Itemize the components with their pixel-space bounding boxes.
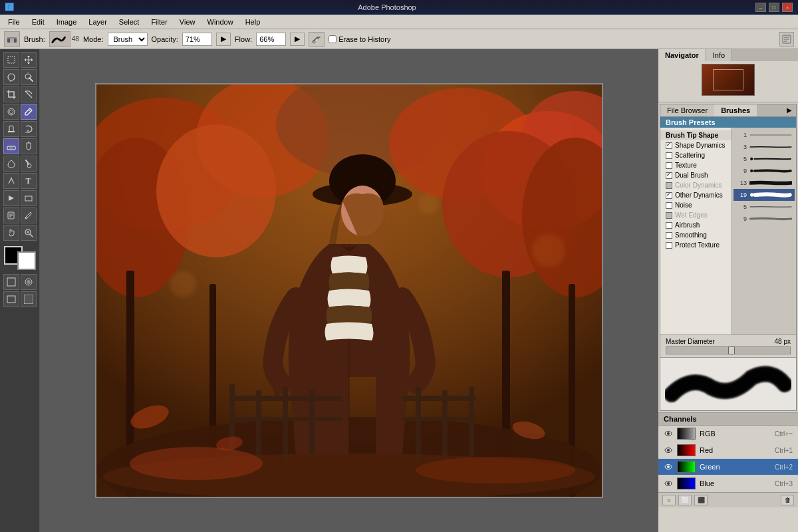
menu-select[interactable]: Select (114, 17, 145, 27)
noise-checkbox[interactable] (666, 202, 672, 209)
blur-tool[interactable] (3, 156, 19, 172)
navigator-tab[interactable]: Navigator (658, 49, 706, 61)
minimize-button[interactable]: – (755, 3, 766, 12)
flow-arrow[interactable]: ▶ (290, 33, 305, 46)
channel-eye-blue[interactable] (664, 479, 673, 488)
wet-edges-option[interactable]: Wet Edges (660, 210, 732, 220)
healing-tool[interactable] (3, 104, 19, 120)
color-dynamics-checkbox[interactable] (666, 182, 672, 189)
info-tab[interactable]: Info (706, 49, 732, 61)
channel-eye-green[interactable] (664, 462, 673, 471)
standard-screen[interactable] (3, 291, 19, 307)
protect-texture-option[interactable]: Protect Texture (660, 240, 732, 250)
color-swatches[interactable] (4, 246, 36, 270)
mode-select[interactable]: Brush Pencil Block (108, 33, 148, 46)
erase-to-history-checkbox[interactable] (329, 35, 336, 43)
brushes-tab[interactable]: Brushes (714, 104, 757, 116)
brush-tip-shape-header[interactable]: Brush Tip Shape (660, 130, 732, 140)
brush-item-9b[interactable]: 9 (733, 213, 795, 225)
smoothing-option[interactable]: Smoothing (660, 230, 732, 240)
background-color[interactable] (17, 251, 36, 270)
protect-texture-checkbox[interactable] (666, 242, 672, 249)
menu-window[interactable]: Window (202, 17, 239, 27)
brush-list-area[interactable]: 1 3 5 (732, 128, 796, 334)
channel-eye-rgb[interactable] (664, 429, 673, 438)
brush-picker[interactable]: 48 (49, 31, 79, 47)
scattering-checkbox[interactable] (666, 152, 672, 159)
other-dynamics-checkbox[interactable] (666, 192, 672, 199)
eyedropper-tool[interactable] (21, 207, 37, 223)
texture-option[interactable]: Texture (660, 160, 732, 170)
shape-tool[interactable] (21, 190, 37, 206)
brush-item-13[interactable]: 13 (733, 177, 795, 189)
brush-item-9[interactable]: 9 (733, 165, 795, 177)
brush-item-5b[interactable]: 5 (733, 201, 795, 213)
clone-stamp-tool[interactable] (3, 121, 19, 137)
erase-to-history-label[interactable]: Erase to History (329, 35, 390, 43)
zoom-tool[interactable] (21, 225, 37, 241)
airbrush-toggle[interactable] (309, 32, 325, 47)
flow-input[interactable] (256, 33, 286, 46)
canvas-area[interactable] (40, 49, 658, 532)
channel-btn-delete[interactable]: 🗑 (781, 495, 794, 505)
brush-preview-icon[interactable] (49, 31, 70, 47)
menu-help[interactable]: Help (240, 17, 266, 27)
text-tool[interactable]: T (21, 173, 37, 189)
marquee-tool[interactable] (3, 52, 19, 68)
history-brush-tool[interactable] (21, 121, 37, 137)
airbrush-option[interactable]: Airbrush (660, 220, 732, 230)
main-canvas[interactable] (96, 84, 602, 497)
brush-item-5[interactable]: 5 (733, 153, 795, 165)
eraser-tool[interactable] (3, 138, 19, 154)
dual-brush-checkbox[interactable] (666, 172, 672, 179)
magic-wand-tool[interactable] (21, 69, 37, 85)
eraser-tool-icon[interactable] (4, 31, 20, 47)
opacity-input[interactable] (182, 33, 212, 46)
channel-row-rgb[interactable]: RGB Ctrl+~ (658, 426, 798, 442)
pen-tool[interactable] (3, 173, 19, 189)
opacity-arrow[interactable]: ▶ (216, 33, 231, 46)
history-state-button[interactable] (779, 32, 794, 47)
notes-tool[interactable] (3, 207, 19, 223)
paint-bucket-tool[interactable] (21, 138, 37, 154)
airbrush-checkbox[interactable] (666, 222, 672, 229)
noise-option[interactable]: Noise (660, 200, 732, 210)
hand-tool[interactable] (3, 225, 19, 241)
channel-row-red[interactable]: Red Ctrl+1 (658, 442, 798, 459)
channel-eye-red[interactable] (664, 446, 673, 455)
texture-checkbox[interactable] (666, 162, 672, 169)
dual-brush-option[interactable]: Dual Brush (660, 170, 732, 180)
lasso-tool[interactable] (3, 69, 19, 85)
channel-btn-3[interactable]: ⬛ (694, 495, 708, 505)
file-browser-tab[interactable]: File Browser (660, 104, 714, 116)
channel-row-blue[interactable]: Blue Ctrl+3 (658, 475, 798, 492)
standard-mode[interactable] (3, 274, 19, 290)
channel-btn-1[interactable]: ○ (662, 495, 676, 505)
menu-view[interactable]: View (174, 17, 201, 27)
diameter-slider[interactable] (666, 346, 791, 354)
brush-tool active eraser-active[interactable] (21, 104, 37, 120)
brush-item-1[interactable]: 1 (733, 129, 795, 141)
diameter-slider-thumb[interactable] (728, 346, 735, 354)
brushes-panel-arrow[interactable]: ▶ (783, 104, 796, 116)
maximize-button[interactable]: □ (769, 3, 779, 12)
menu-image[interactable]: Image (51, 17, 82, 27)
other-dynamics-option[interactable]: Other Dynamics (660, 190, 732, 200)
menu-file[interactable]: File (3, 17, 25, 27)
dodge-tool[interactable] (21, 156, 37, 172)
full-screen[interactable] (21, 291, 37, 307)
color-dynamics-option[interactable]: Color Dynamics (660, 180, 732, 190)
close-button[interactable]: × (782, 3, 793, 12)
smoothing-checkbox[interactable] (666, 232, 672, 239)
shape-dynamics-checkbox[interactable] (666, 142, 672, 149)
channel-row-green[interactable]: Green Ctrl+2 (658, 459, 798, 475)
move-tool[interactable] (21, 52, 37, 68)
slice-tool[interactable] (21, 86, 37, 102)
brush-item-3[interactable]: 3 (733, 141, 795, 153)
quick-mask[interactable] (21, 274, 37, 290)
menu-edit[interactable]: Edit (27, 17, 50, 27)
scattering-option[interactable]: Scattering (660, 150, 732, 160)
brush-item-19[interactable]: 19 (733, 189, 795, 201)
shape-dynamics-option[interactable]: Shape Dynamics (660, 140, 732, 150)
channel-btn-2[interactable]: ⬜ (678, 495, 692, 505)
